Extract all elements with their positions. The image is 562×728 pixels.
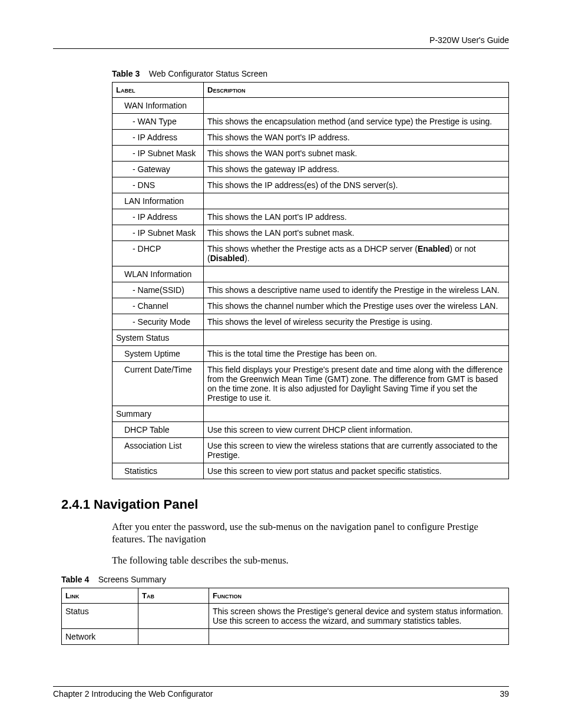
table-row: WAN Information (113, 98, 509, 114)
desc-cell: This shows the gateway IP address. (204, 162, 509, 177)
table-row: StatusThis screen shows the Prestige's g… (62, 604, 509, 629)
label-cell: - Channel (113, 298, 204, 314)
table4-head-tab: Tab (138, 588, 209, 604)
table-row: DHCP TableUse this screen to view curren… (113, 422, 509, 438)
table-row: Summary (113, 406, 509, 422)
table3: Label Description WAN Information- WAN T… (112, 82, 509, 479)
table4: Link Tab Function StatusThis screen show… (61, 588, 509, 645)
table-row: - IP Subnet MaskThis shows the LAN port'… (113, 225, 509, 241)
label-cell: Summary (113, 406, 204, 422)
table-row: - GatewayThis shows the gateway IP addre… (113, 162, 509, 177)
table4-head-link: Link (62, 588, 138, 604)
tab-cell (138, 629, 209, 645)
label-cell: - IP Address (113, 209, 204, 225)
func-cell (209, 629, 509, 645)
table4-header-row: Link Tab Function (62, 588, 509, 604)
desc-cell: This is the total time the Prestige has … (204, 346, 509, 362)
desc-cell (204, 193, 509, 209)
table-row: WLAN Information (113, 266, 509, 282)
table4-caption-prefix: Table 4 (61, 575, 89, 584)
desc-cell: This shows the LAN port's subnet mask. (204, 225, 509, 241)
running-header: P-320W User's Guide (53, 35, 509, 49)
table4-block: Table 4 Screens Summary Link Tab Functio… (53, 575, 509, 645)
footer-page: 39 (500, 689, 509, 699)
table-row: Association ListUse this screen to view … (113, 438, 509, 463)
section-body: After you enter the password, use the su… (53, 521, 509, 566)
table-row: Network (62, 629, 509, 645)
desc-cell: This shows the LAN port's IP address. (204, 209, 509, 225)
label-cell: - DNS (113, 177, 204, 193)
label-cell: System Uptime (113, 346, 204, 362)
table4-caption-text: Screens Summary (98, 575, 166, 584)
table3-caption-prefix: Table 3 (112, 69, 140, 78)
table-row: - WAN TypeThis shows the encapsulation m… (113, 114, 509, 130)
table-row: System UptimeThis is the total time the … (113, 346, 509, 362)
table-row: - IP Subnet MaskThis shows the WAN port'… (113, 146, 509, 162)
table3-head-desc: Description (204, 83, 509, 98)
table3-caption: Table 3 Web Configurator Status Screen (112, 69, 509, 78)
desc-cell: This shows the IP address(es) of the DNS… (204, 177, 509, 193)
desc-cell: Use this screen to view the wireless sta… (204, 438, 509, 463)
content-block: Table 3 Web Configurator Status Screen L… (53, 69, 509, 479)
tab-cell (138, 604, 209, 629)
label-cell: Current Date/Time (113, 362, 204, 406)
label-cell: System Status (113, 330, 204, 346)
section-para1: After you enter the password, use the su… (112, 521, 509, 546)
table-row: StatisticsUse this screen to view port s… (113, 463, 509, 479)
link-cell: Network (62, 629, 138, 645)
table-row: - Security ModeThis shows the level of w… (113, 314, 509, 330)
table4-caption: Table 4 Screens Summary (61, 575, 509, 584)
desc-cell: Use this screen to view port status and … (204, 463, 509, 479)
footer-chapter: Chapter 2 Introducing the Web Configurat… (53, 689, 213, 699)
label-cell: - IP Subnet Mask (113, 146, 204, 162)
desc-cell (204, 266, 509, 282)
desc-cell (204, 330, 509, 346)
label-cell: Association List (113, 438, 204, 463)
link-cell: Status (62, 604, 138, 629)
table-row: Current Date/TimeThis field displays you… (113, 362, 509, 406)
label-cell: - Security Mode (113, 314, 204, 330)
label-cell: - Name(SSID) (113, 282, 204, 298)
table4-head-func: Function (209, 588, 509, 604)
desc-cell: This shows the level of wireless securit… (204, 314, 509, 330)
desc-cell: This shows the encapsulation method (and… (204, 114, 509, 130)
table-row: - DHCPThis shows whether the Prestige ac… (113, 241, 509, 266)
desc-cell: This field displays your Prestige's pres… (204, 362, 509, 406)
desc-cell: This shows a descriptive name used to id… (204, 282, 509, 298)
label-cell: - IP Address (113, 130, 204, 146)
table-row: - ChannelThis shows the channel number w… (113, 298, 509, 314)
section-para2: The following table describes the sub-me… (112, 554, 509, 566)
label-cell: - Gateway (113, 162, 204, 177)
table-row: LAN Information (113, 193, 509, 209)
label-cell: DHCP Table (113, 422, 204, 438)
desc-cell: Use this screen to view current DHCP cli… (204, 422, 509, 438)
table-row: - Name(SSID)This shows a descriptive nam… (113, 282, 509, 298)
section-heading: 2.4.1 Navigation Panel (61, 497, 509, 512)
desc-cell: This shows the WAN port's IP address. (204, 130, 509, 146)
label-cell: WAN Information (113, 98, 204, 114)
label-cell: - IP Subnet Mask (113, 225, 204, 241)
desc-cell: This shows the channel number which the … (204, 298, 509, 314)
table-row: - IP AddressThis shows the LAN port's IP… (113, 209, 509, 225)
desc-cell: This shows whether the Prestige acts as … (204, 241, 509, 266)
table3-caption-text: Web Configurator Status Screen (149, 69, 267, 78)
desc-cell: This shows the WAN port's subnet mask. (204, 146, 509, 162)
func-cell: This screen shows the Prestige's general… (209, 604, 509, 629)
table-row: System Status (113, 330, 509, 346)
label-cell: Statistics (113, 463, 204, 479)
table3-head-label: Label (113, 83, 204, 98)
label-cell: - WAN Type (113, 114, 204, 130)
table-row: - DNSThis shows the IP address(es) of th… (113, 177, 509, 193)
label-cell: - DHCP (113, 241, 204, 266)
footer: Chapter 2 Introducing the Web Configurat… (53, 686, 509, 699)
desc-cell (204, 406, 509, 422)
label-cell: LAN Information (113, 193, 204, 209)
desc-cell (204, 98, 509, 114)
label-cell: WLAN Information (113, 266, 204, 282)
page: P-320W User's Guide Table 3 Web Configur… (0, 0, 562, 728)
table-row: - IP AddressThis shows the WAN port's IP… (113, 130, 509, 146)
table3-header-row: Label Description (113, 83, 509, 98)
